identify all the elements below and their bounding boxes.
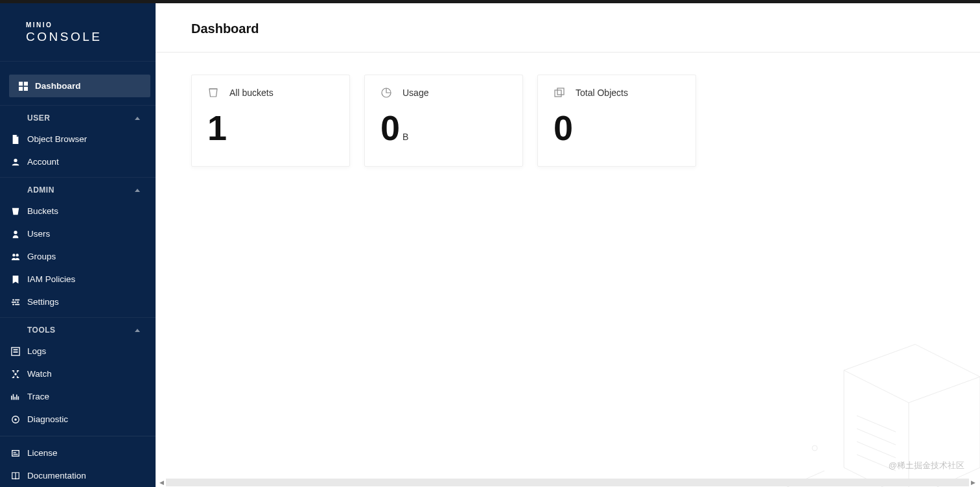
svg-rect-3: [24, 86, 28, 90]
background-illustration: [747, 331, 980, 487]
bucket-icon: [10, 206, 21, 217]
section-title: ADMIN: [27, 185, 54, 195]
svg-point-5: [14, 230, 17, 233]
sidebar-item-logs[interactable]: Logs: [0, 340, 156, 362]
brand-name: CONSOLE: [26, 30, 130, 44]
main-content: Dashboard All buckets 1: [156, 3, 980, 487]
sidebar-item-label: Dashboard: [35, 81, 81, 91]
sidebar-item-label: License: [27, 448, 58, 458]
card-value: 0: [554, 110, 573, 145]
svg-point-31: [812, 445, 817, 451]
svg-rect-22: [14, 453, 18, 454]
sidebar-item-buckets[interactable]: Buckets: [0, 200, 156, 222]
svg-point-4: [14, 158, 17, 161]
sidebar-item-dashboard[interactable]: Dashboard: [9, 75, 150, 97]
logs-icon: [10, 346, 21, 357]
card-label: Usage: [402, 88, 428, 98]
page-header: Dashboard: [156, 3, 980, 53]
dashboard-icon: [18, 81, 29, 91]
card-unit: B: [402, 132, 408, 141]
card-value: 1: [207, 110, 227, 145]
brand-logo: MINIO CONSOLE: [0, 3, 156, 62]
scroll-track[interactable]: [166, 479, 969, 486]
objects-icon: [554, 87, 565, 99]
chevron-up-icon: [135, 117, 140, 120]
svg-rect-21: [14, 452, 16, 453]
sidebar-item-label: Watch: [27, 369, 52, 379]
svg-point-12: [12, 303, 14, 305]
sidebar-item-label: Users: [27, 229, 50, 239]
scroll-right-button[interactable]: ▶: [969, 479, 977, 487]
sidebar-item-users[interactable]: Users: [0, 222, 156, 245]
svg-point-8: [12, 299, 14, 301]
section-title: USER: [27, 113, 50, 123]
sidebar-item-label: Groups: [27, 252, 56, 261]
sidebar-item-label: Diagnostic: [27, 414, 68, 424]
file-icon: [10, 134, 21, 145]
scroll-left-button[interactable]: ◀: [158, 479, 166, 487]
groups-icon: [10, 252, 21, 262]
bookmark-icon: [10, 274, 21, 285]
card-total-objects[interactable]: Total Objects 0: [537, 75, 696, 167]
card-all-buckets[interactable]: All buckets 1: [191, 75, 350, 167]
chevron-up-icon: [135, 329, 140, 332]
sidebar-item-label: Logs: [27, 346, 46, 356]
svg-point-17: [14, 373, 17, 375]
documentation-icon: [10, 471, 21, 481]
svg-point-10: [17, 301, 19, 303]
svg-rect-15: [14, 349, 18, 350]
svg-line-27: [857, 429, 896, 445]
svg-rect-2: [19, 86, 23, 90]
user-icon: [10, 229, 21, 239]
svg-point-7: [16, 254, 18, 256]
card-label: All buckets: [229, 88, 274, 98]
sidebar: MINIO CONSOLE Dashboard USER Object Brow…: [0, 3, 156, 487]
svg-rect-0: [19, 82, 23, 86]
sidebar-item-label: Object Browser: [27, 134, 87, 144]
svg-point-6: [12, 254, 15, 256]
sidebar-item-watch[interactable]: Watch: [0, 362, 156, 385]
card-usage[interactable]: Usage 0 B: [364, 75, 523, 167]
page-title: Dashboard: [191, 21, 944, 36]
sidebar-divider: [0, 436, 156, 436]
sidebar-item-trace[interactable]: Trace: [0, 385, 156, 408]
svg-rect-16: [14, 351, 18, 353]
section-title: TOOLS: [27, 326, 56, 335]
sidebar-section-user[interactable]: USER: [0, 105, 156, 128]
settings-icon: [10, 297, 21, 307]
horizontal-scrollbar[interactable]: ◀ ▶: [158, 478, 977, 487]
svg-line-29: [857, 455, 896, 471]
watch-icon: [10, 369, 21, 379]
svg-rect-1: [24, 82, 28, 86]
sidebar-section-tools[interactable]: TOOLS: [0, 317, 156, 340]
svg-rect-9: [15, 299, 19, 300]
sidebar-item-documentation[interactable]: Documentation: [0, 464, 156, 487]
card-label: Total Objects: [576, 88, 628, 98]
license-icon: [10, 448, 21, 458]
sidebar-item-groups[interactable]: Groups: [0, 245, 156, 268]
bucket-outline-icon: [207, 87, 219, 99]
sidebar-item-label: Buckets: [27, 206, 58, 216]
dashboard-cards: All buckets 1 Usage 0 B: [156, 53, 980, 487]
svg-rect-11: [12, 302, 16, 303]
brand-top: MINIO: [26, 21, 130, 29]
chevron-up-icon: [135, 189, 140, 192]
svg-rect-24: [555, 90, 561, 97]
sidebar-item-label: Trace: [27, 392, 49, 401]
sidebar-item-license[interactable]: License: [0, 442, 156, 464]
svg-line-26: [857, 416, 896, 432]
sidebar-section-admin[interactable]: ADMIN: [0, 177, 156, 200]
svg-rect-20: [12, 450, 19, 456]
svg-point-19: [14, 418, 17, 421]
sidebar-item-iam-policies[interactable]: IAM Policies: [0, 268, 156, 291]
trace-icon: [10, 392, 21, 402]
svg-rect-13: [15, 303, 19, 305]
sidebar-item-diagnostic[interactable]: Diagnostic: [0, 408, 156, 431]
sidebar-item-label: Settings: [27, 297, 59, 307]
svg-rect-25: [557, 88, 564, 95]
sidebar-item-settings[interactable]: Settings: [0, 291, 156, 313]
sidebar-item-account[interactable]: Account: [0, 150, 156, 173]
sidebar-item-object-browser[interactable]: Object Browser: [0, 128, 156, 150]
card-value: 0: [380, 110, 400, 145]
account-icon: [10, 157, 21, 167]
